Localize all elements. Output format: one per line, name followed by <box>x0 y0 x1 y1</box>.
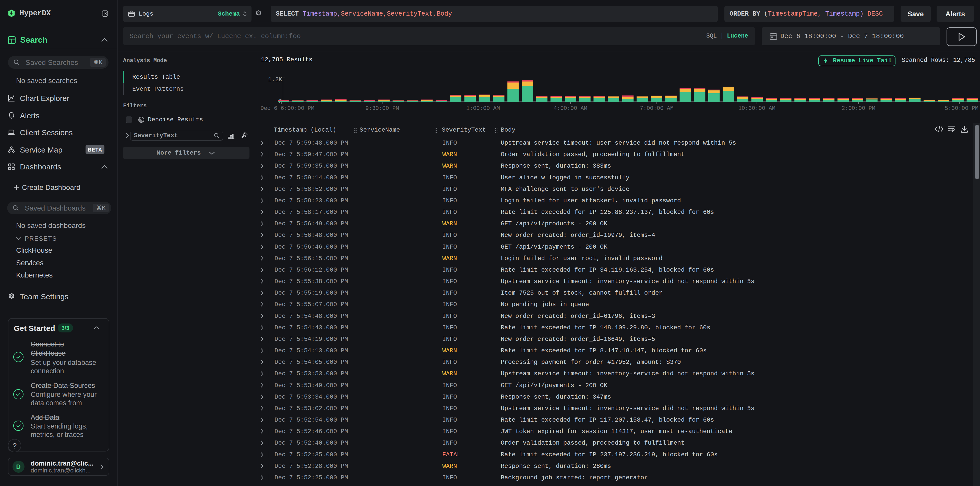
svg-text:9:30:00 PM: 9:30:00 PM <box>365 105 399 112</box>
svg-text:1:00:00 AM: 1:00:00 AM <box>466 105 500 112</box>
svg-text:2:00:00 PM: 2:00:00 PM <box>842 105 875 112</box>
svg-text:1.2K: 1.2K <box>268 76 282 83</box>
svg-text:5:30:00 PM: 5:30:00 PM <box>945 105 978 112</box>
svg-text:7:00:00 AM: 7:00:00 AM <box>640 105 674 112</box>
svg-text:4:00:00 AM: 4:00:00 AM <box>554 105 587 112</box>
svg-text:10:30:00 AM: 10:30:00 AM <box>738 105 775 112</box>
svg-text:Dec 6 6:00:00 PM: Dec 6 6:00:00 PM <box>261 105 314 112</box>
